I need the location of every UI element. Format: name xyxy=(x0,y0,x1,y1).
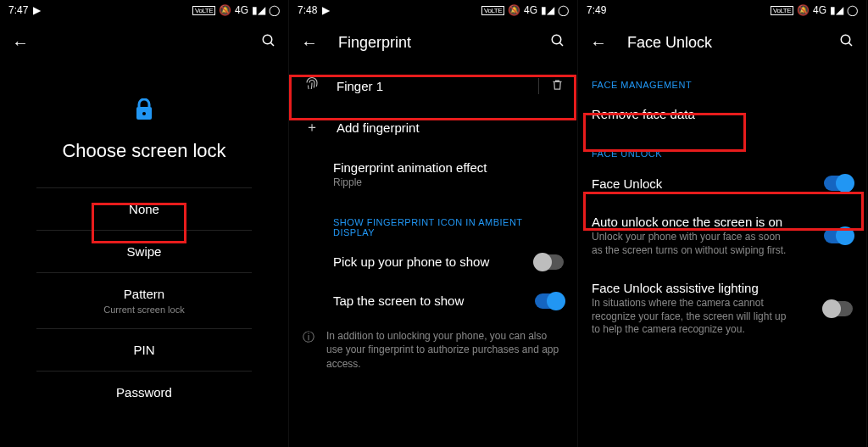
volte-badge: VoLTE xyxy=(771,6,793,15)
loading-icon: ◯ xyxy=(269,4,280,16)
row-title: Fingerprint animation effect xyxy=(333,160,564,175)
option-label: Pattern xyxy=(36,287,252,301)
svg-point-6 xyxy=(841,35,850,44)
row-pickup-to-show[interactable]: Pick up your phone to show xyxy=(289,243,577,282)
option-none[interactable]: None xyxy=(36,187,252,230)
option-sublabel: Current screen lock xyxy=(36,305,252,315)
info-text: In addition to unlocking your phone, you… xyxy=(326,329,564,372)
header: ← xyxy=(0,20,288,64)
page-title: Choose screen lock xyxy=(62,140,225,162)
choose-lock-content: Choose screen lock None Swipe Pattern Cu… xyxy=(0,64,288,447)
option-pin[interactable]: PIN xyxy=(36,328,252,371)
toggle-pickup[interactable] xyxy=(535,254,564,270)
back-icon[interactable]: ← xyxy=(12,33,29,53)
row-tap-to-show[interactable]: Tap the screen to show xyxy=(289,282,577,321)
header-title: Face Unlock xyxy=(627,34,819,52)
row-remove-face-data[interactable]: Remove face data xyxy=(578,95,866,133)
signal-text: 4G xyxy=(235,4,248,16)
trash-icon[interactable] xyxy=(538,78,564,94)
option-password[interactable]: Password xyxy=(36,371,252,413)
header: ← Fingerprint xyxy=(289,20,577,64)
option-label: None xyxy=(36,202,252,216)
option-swipe[interactable]: Swipe xyxy=(36,230,252,272)
fingerprint-icon xyxy=(303,76,321,95)
row-title: Tap the screen to show xyxy=(333,293,520,308)
row-sub: Ripple xyxy=(333,176,564,190)
back-icon[interactable]: ← xyxy=(301,33,318,53)
header: ← Face Unlock xyxy=(578,20,866,64)
screen-face-unlock: 7:49 VoLTE 🔕 4G ▮◢ ◯ ← Face Unlock FACE … xyxy=(578,0,867,447)
row-title: Finger 1 xyxy=(337,79,523,93)
clock: 7:47 xyxy=(8,4,28,16)
svg-line-1 xyxy=(270,42,274,46)
lock-icon xyxy=(134,98,154,128)
signal-text: 4G xyxy=(813,4,826,16)
loading-icon: ◯ xyxy=(847,4,858,16)
row-sub: In situations where the camera cannot re… xyxy=(592,297,787,337)
mute-icon: 🔕 xyxy=(508,4,520,16)
row-face-unlock[interactable]: Face Unlock xyxy=(578,164,866,203)
row-animation-effect[interactable]: Fingerprint animation effect Ripple xyxy=(289,148,577,202)
plus-icon: ＋ xyxy=(303,119,321,137)
section-ambient-display: SHOW FINGERPRINT ICON IN AMBIENT DISPLAY xyxy=(289,202,577,243)
svg-point-3 xyxy=(142,112,146,115)
play-icon: ▶ xyxy=(33,4,41,16)
row-title: Add fingerprint xyxy=(337,120,564,135)
svg-point-4 xyxy=(552,35,561,44)
row-title: Pick up your phone to show xyxy=(333,254,520,269)
toggle-auto-unlock[interactable] xyxy=(824,228,853,243)
mute-icon: 🔕 xyxy=(797,4,810,16)
row-assistive-lighting[interactable]: Face Unlock assistive lighting In situat… xyxy=(578,269,866,349)
status-bar: 7:49 VoLTE 🔕 4G ▮◢ ◯ xyxy=(578,0,866,20)
search-icon[interactable] xyxy=(261,33,276,53)
row-finger1[interactable]: Finger 1 xyxy=(289,64,577,107)
row-title: Face Unlock assistive lighting xyxy=(592,281,815,295)
loading-icon: ◯ xyxy=(558,4,569,16)
search-icon[interactable] xyxy=(550,33,565,53)
option-label: Swipe xyxy=(36,244,252,259)
signal-text: 4G xyxy=(524,4,537,16)
info-footer: ⓘ In addition to unlocking your phone, y… xyxy=(289,321,577,380)
volte-badge: VoLTE xyxy=(192,6,215,15)
mute-icon: 🔕 xyxy=(219,4,231,16)
volte-badge: VoLTE xyxy=(481,6,504,15)
svg-point-0 xyxy=(263,35,272,44)
screen-choose-lock: 7:47 ▶ VoLTE 🔕 4G ▮◢ ◯ ← Choose screen l… xyxy=(0,0,289,447)
search-icon[interactable] xyxy=(839,33,854,53)
clock: 7:49 xyxy=(587,4,606,16)
clock: 7:48 xyxy=(298,4,317,16)
signal-icon: ▮◢ xyxy=(252,4,265,16)
option-label: PIN xyxy=(36,343,252,357)
signal-icon: ▮◢ xyxy=(541,4,554,16)
header-title: Fingerprint xyxy=(338,34,530,52)
play-icon: ▶ xyxy=(322,4,330,16)
row-add-fingerprint[interactable]: ＋ Add fingerprint xyxy=(289,107,577,148)
toggle-assistive-lighting[interactable] xyxy=(824,301,853,316)
section-face-management: FACE MANAGEMENT xyxy=(578,64,866,95)
svg-line-5 xyxy=(559,42,563,46)
status-bar: 7:48 ▶ VoLTE 🔕 4G ▮◢ ◯ xyxy=(289,0,577,20)
toggle-tap[interactable] xyxy=(535,293,564,309)
signal-icon: ▮◢ xyxy=(830,4,843,16)
section-face-unlock: FACE UNLOCK xyxy=(578,133,866,164)
svg-line-7 xyxy=(849,42,852,46)
info-icon: ⓘ xyxy=(303,329,314,372)
screen-fingerprint: 7:48 ▶ VoLTE 🔕 4G ▮◢ ◯ ← Fingerprint Fin… xyxy=(289,0,578,447)
toggle-face-unlock[interactable] xyxy=(824,176,853,191)
row-auto-unlock[interactable]: Auto unlock once the screen is on Unlock… xyxy=(578,203,866,269)
option-pattern[interactable]: Pattern Current screen lock xyxy=(36,272,252,328)
row-sub: Unlock your phone with your face as soon… xyxy=(592,231,787,257)
back-icon[interactable]: ← xyxy=(590,33,607,53)
fingerprint-content: Finger 1 ＋ Add fingerprint Fingerprint a… xyxy=(289,64,577,447)
row-title: Face Unlock xyxy=(592,176,815,191)
option-label: Password xyxy=(36,385,252,400)
row-title: Remove face data xyxy=(592,107,844,121)
status-bar: 7:47 ▶ VoLTE 🔕 4G ▮◢ ◯ xyxy=(0,0,288,20)
row-title: Auto unlock once the screen is on xyxy=(592,215,815,229)
face-unlock-content: FACE MANAGEMENT Remove face data FACE UN… xyxy=(578,64,866,447)
